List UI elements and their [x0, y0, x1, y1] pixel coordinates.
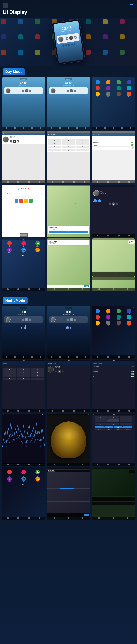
num-hash[interactable]: #	[76, 149, 90, 152]
night-nav-func-4[interactable]: VOL+	[123, 426, 132, 428]
night-app-phone[interactable]: 📞 Phone	[3, 470, 16, 476]
night-np-next-btn[interactable]: ⏭	[115, 499, 116, 500]
np-next-btn[interactable]: ⏭	[115, 274, 116, 276]
night-nav-btn-right[interactable]: →	[120, 420, 132, 422]
menu-icon[interactable]	[3, 2, 8, 8]
app-messages[interactable]: 💬 Messages	[31, 241, 44, 247]
num-5[interactable]: 5	[62, 142, 75, 145]
night-prev-btn-2[interactable]: ◀	[67, 318, 69, 321]
night-nav-func-8[interactable]: MENU	[123, 428, 132, 430]
night-num-3[interactable]: 3	[31, 368, 44, 371]
num-2[interactable]: 2	[62, 139, 75, 142]
night-bt-prev-btn[interactable]: ◀	[55, 370, 57, 373]
num-9[interactable]: 9	[76, 146, 90, 148]
hero-play-button[interactable]: ⏸	[69, 36, 74, 40]
night-num-4[interactable]: 4	[3, 371, 16, 374]
night-num-2[interactable]: 2	[17, 368, 30, 371]
night-app-music[interactable]: 🎵 Music	[17, 470, 30, 476]
night-nav-btn-down[interactable]: ↓	[107, 423, 120, 425]
night-play-btn-1[interactable]: ⏸	[25, 318, 28, 321]
num-0[interactable]: 0	[62, 149, 75, 152]
night-np-prev-btn[interactable]: ⏮	[110, 499, 112, 500]
night-num-8[interactable]: 8	[17, 374, 30, 377]
hero-next-button[interactable]: ▶▶	[74, 36, 77, 39]
night-num-7[interactable]: 7	[3, 374, 16, 377]
np-prev-btn[interactable]: ⏮	[110, 274, 112, 276]
night-nav-func-2[interactable]: CH+	[104, 426, 113, 428]
app-video[interactable]: 📺 Video	[17, 248, 30, 253]
num-star[interactable]: *	[48, 149, 61, 152]
nav-go-btn[interactable]: GO	[49, 231, 88, 233]
night-power-toggle[interactable]	[131, 376, 134, 378]
hamburger-icon[interactable]	[129, 3, 134, 7]
night-num-star[interactable]: *	[3, 378, 16, 380]
num-3[interactable]: 3	[76, 139, 90, 142]
bt-play-btn[interactable]: ▶	[13, 140, 16, 143]
night-nav-func-1[interactable]: CH-	[95, 426, 104, 428]
night-nav-btn-up[interactable]: ↑	[107, 416, 120, 419]
power-toggle[interactable]	[131, 147, 134, 148]
social-next-btn[interactable]: ▶▶	[116, 202, 118, 205]
night-app-radio[interactable]: 📻 Radio	[31, 476, 44, 482]
play-btn-2[interactable]: ⏸	[70, 89, 73, 92]
app-music[interactable]: 🎵 Music	[17, 241, 30, 247]
app-icon-item[interactable]: Nav	[93, 80, 102, 85]
night-num-hash[interactable]: #	[31, 378, 44, 380]
auto-answer-toggle[interactable]	[131, 142, 134, 143]
night-nav-func-7[interactable]: HOME	[114, 428, 122, 430]
night-nav-func-5[interactable]: MUTE	[95, 428, 104, 430]
app-radio[interactable]: 📻 Radio	[31, 248, 44, 253]
night-bt-next-btn[interactable]: ▶▶	[62, 370, 64, 373]
hero-prev-button[interactable]: ◀◀	[66, 37, 69, 40]
next-btn-2[interactable]: ▶	[74, 90, 76, 92]
app-podcast[interactable]: 🎙️ Podcast	[3, 248, 16, 253]
auto-connect-toggle[interactable]	[131, 144, 134, 146]
np-play-btn[interactable]: ▶	[113, 274, 114, 276]
night-nav-btn-tr[interactable]: ↗	[120, 416, 132, 419]
night-num-5[interactable]: 5	[17, 371, 30, 374]
night-next-btn-2[interactable]: ▶	[74, 318, 76, 321]
night-num-0[interactable]: 0	[17, 378, 30, 380]
prev-btn-2[interactable]: ◀	[67, 90, 69, 92]
bt-prev-btn[interactable]: ◀	[10, 140, 12, 142]
google-chip-1[interactable]: Maps	[16, 196, 20, 198]
night-nav-func-3[interactable]: VOL-	[114, 426, 122, 428]
num-4[interactable]: 4	[48, 142, 61, 145]
night-go-btn[interactable]: GO	[84, 514, 90, 516]
night-num-9[interactable]: 9	[31, 374, 44, 377]
night-nav-btn-br[interactable]: ↘	[120, 423, 132, 425]
night-nav-btn-left[interactable]: ←	[95, 420, 107, 422]
social-prev-btn[interactable]: ◀	[108, 202, 111, 205]
google-chip-3[interactable]: News	[28, 196, 32, 198]
night-next-btn-1[interactable]: ▶	[29, 318, 31, 321]
night-bt-play-btn[interactable]: ▶	[58, 370, 61, 373]
night-nav-func-6[interactable]: BACK	[104, 428, 113, 430]
num-7[interactable]: 7	[48, 146, 61, 148]
next-btn-1[interactable]: ▶	[29, 90, 31, 92]
night-num-1[interactable]: 1	[3, 368, 16, 371]
night-prev-btn-1[interactable]: ◀	[22, 318, 24, 321]
night-np-play-btn[interactable]: ▶	[113, 499, 114, 500]
night-play-btn-2[interactable]: ⏸	[70, 318, 73, 321]
google-search-bar[interactable]: 🔍 Search...	[5, 192, 42, 195]
bt-next-btn[interactable]: ▶▶	[17, 140, 19, 142]
google-chip-2[interactable]: YouTube	[21, 196, 26, 198]
prev-btn-1[interactable]: ◀	[22, 90, 24, 92]
night-nav-btn-center[interactable]: OK	[107, 420, 120, 422]
go-btn-map[interactable]: GO	[84, 285, 90, 287]
night-num-6[interactable]: 6	[31, 371, 44, 374]
night-auto-connect-toggle[interactable]	[131, 373, 134, 375]
day-music-screen-1: ●●●20:08⚡ 20:08 A stunning display of UI…	[2, 77, 46, 130]
social-play-btn[interactable]: ▶	[112, 202, 115, 206]
night-app-podcast[interactable]: 🎙️ Podcast	[3, 476, 16, 482]
night-app-video[interactable]: 📺 Video	[17, 476, 30, 482]
num-6[interactable]: 6	[76, 142, 90, 145]
num-8[interactable]: 8	[62, 146, 75, 148]
night-nav-btn-tl[interactable]: ↖	[95, 416, 107, 419]
night-app-messages[interactable]: 💬 Messages	[31, 470, 44, 476]
play-btn-1[interactable]: ⏸	[25, 89, 28, 92]
num-1[interactable]: 1	[48, 139, 61, 142]
night-nav-btn-bl[interactable]: ↙	[95, 423, 107, 425]
app-phone[interactable]: 📞 Phone	[3, 241, 16, 247]
night-auto-answer-toggle[interactable]	[131, 371, 134, 372]
